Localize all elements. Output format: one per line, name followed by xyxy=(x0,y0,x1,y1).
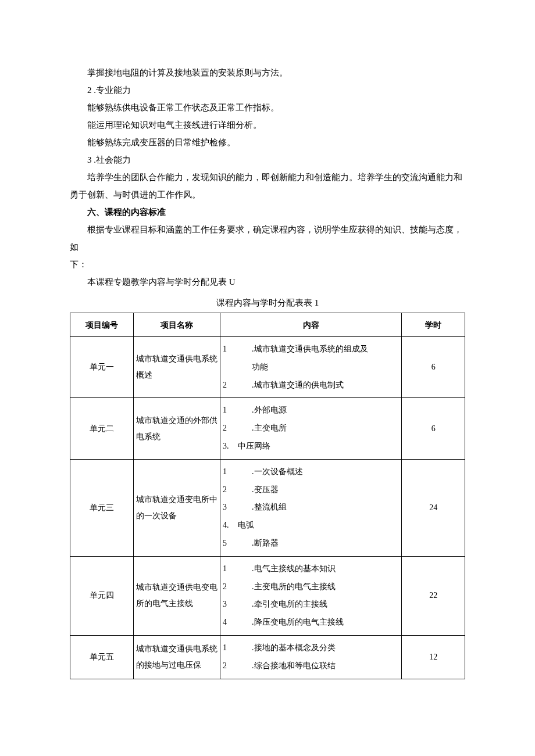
cell-unit-name: 城市轨道交通供电变电所的电气主接线 xyxy=(133,556,220,635)
table-caption: 课程内容与学时分配表表 1 xyxy=(70,294,465,311)
content-item-number: 5 xyxy=(223,535,236,553)
cell-hours: 12 xyxy=(402,635,465,679)
content-item-number: 3 xyxy=(223,499,236,517)
content-item-text: 电弧 xyxy=(236,517,399,535)
document-page: 掌握接地电阻的计算及接地装置的安装原则与方法。 2 .专业能力 能够熟练供电设备… xyxy=(0,0,535,756)
cell-unit-id: 单元四 xyxy=(70,556,134,635)
table-row: 单元一城市轨道交通供电系统概述1.城市轨道交通供电系统的组成及功能2.城市轨道交… xyxy=(70,337,465,398)
content-item-text: .牵引变电所的主接线 xyxy=(236,596,399,614)
content-item-text: .城市轨道交通的供电制式 xyxy=(236,377,399,395)
body-text: 根据专业课程目标和涵盖的工作任务要求，确定课程内容，说明学生应获得的知识、技能与… xyxy=(70,221,465,256)
cell-content: 1.城市轨道交通供电系统的组成及功能2.城市轨道交通的供电制式 xyxy=(220,337,402,398)
cell-hours: 22 xyxy=(402,556,465,635)
body-text: 能够熟练供电设备正常工作状态及正常工作指标。 xyxy=(70,99,465,116)
content-item-number: 2 xyxy=(223,578,236,596)
content-item-number: 4 xyxy=(223,614,236,632)
content-item-text: .主变电所 xyxy=(236,420,399,438)
content-item-number: 1 xyxy=(223,639,236,657)
content-item-number: 2 xyxy=(223,420,236,438)
content-item-text: .接地的基本概念及分类 xyxy=(236,639,399,657)
content-item-text: .外部电源 xyxy=(236,402,399,420)
content-item-text: .城市轨道交通供电系统的组成及 xyxy=(236,341,399,359)
content-item-number: 3 xyxy=(223,596,236,614)
col-header-id: 项目编号 xyxy=(70,313,134,337)
cell-unit-id: 单元二 xyxy=(70,398,134,459)
section-heading-6: 六、课程的内容标准 xyxy=(70,203,465,221)
cell-unit-id: 单元三 xyxy=(70,459,134,556)
body-text: 能够熟练完成变压器的日常维护检修。 xyxy=(70,134,465,151)
content-item-number: 1 xyxy=(223,402,236,420)
cell-hours: 6 xyxy=(402,337,465,398)
body-text: 培养学生的团队合作能力，发现知识的能力，即创新能力和创造能力。培养学生的交流沟通… xyxy=(70,169,465,203)
heading-text: .社会能力 xyxy=(92,155,131,164)
content-item-text: .变压器 xyxy=(236,481,399,499)
cell-hours: 6 xyxy=(402,398,465,459)
table-row: 单元二城市轨道交通的外部供电系统1.外部电源2.主变电所3.中压网络6 xyxy=(70,398,465,459)
content-item-text: 中压网络 xyxy=(236,438,399,456)
content-item-number: 2 xyxy=(223,377,236,395)
content-item-text: .综合接地和等电位联结 xyxy=(236,657,399,675)
cell-unit-name: 城市轨道交通供电系统的接地与过电压保 xyxy=(133,635,220,679)
section-heading-3: 3 .社会能力 xyxy=(70,151,465,169)
content-item-continuation: 功能 xyxy=(223,359,399,377)
table-row: 单元五城市轨道交通供电系统的接地与过电压保1.接地的基本概念及分类2.综合接地和… xyxy=(70,635,465,679)
col-header-hours: 学时 xyxy=(402,313,465,337)
content-item-number: 1 xyxy=(223,560,236,578)
content-item-text: .一次设备概述 xyxy=(236,463,399,481)
cell-unit-name: 城市轨道交通变电所中的一次设备 xyxy=(133,459,220,556)
cell-hours: 24 xyxy=(402,459,465,556)
table-row: 单元三城市轨道交通变电所中的一次设备1.一次设备概述2.变压器3.整流机组4.电… xyxy=(70,459,465,556)
cell-content: 1.一次设备概述2.变压器3.整流机组4.电弧5.断路器 xyxy=(220,459,402,556)
heading-number: 3 xyxy=(87,155,92,164)
content-item-text: .整流机组 xyxy=(236,499,399,517)
cell-unit-name: 城市轨道交通的外部供电系统 xyxy=(133,398,220,459)
content-item-number: 4. xyxy=(223,517,236,535)
cell-unit-id: 单元一 xyxy=(70,337,134,398)
content-item-number: 1 xyxy=(223,341,236,359)
course-hours-table: 项目编号 项目名称 内容 学时 单元一城市轨道交通供电系统概述1.城市轨道交通供… xyxy=(70,313,465,679)
col-header-name: 项目名称 xyxy=(133,313,220,337)
content-item-number: 1 xyxy=(223,463,236,481)
table-header-row: 项目编号 项目名称 内容 学时 xyxy=(70,313,465,337)
body-text: 下： xyxy=(70,256,465,273)
body-text: 能运用理论知识对电气主接线进行详细分析。 xyxy=(70,116,465,134)
content-item-number: 2 xyxy=(223,657,236,675)
body-text: 本课程专题教学内容与学时分配见表 U xyxy=(70,273,465,291)
col-header-content: 内容 xyxy=(220,313,402,337)
content-item-text: .断路器 xyxy=(236,535,399,553)
section-heading-2: 2 .专业能力 xyxy=(70,81,465,99)
cell-unit-name: 城市轨道交通供电系统概述 xyxy=(133,337,220,398)
content-item-number: 3. xyxy=(223,438,236,456)
content-item-text: .电气主接线的基本知识 xyxy=(236,560,399,578)
cell-content: 1.电气主接线的基本知识2.主变电所的电气主接线3.牵引变电所的主接线4.降压变… xyxy=(220,556,402,635)
cell-content: 1.外部电源2.主变电所3.中压网络 xyxy=(220,398,402,459)
heading-number: 2 xyxy=(87,85,92,95)
content-item-text: .降压变电所的电气主接线 xyxy=(236,614,399,632)
body-text: 掌握接地电阻的计算及接地装置的安装原则与方法。 xyxy=(70,64,465,81)
content-item-text: .主变电所的电气主接线 xyxy=(236,578,399,596)
heading-text: .专业能力 xyxy=(92,85,131,95)
content-item-number: 2 xyxy=(223,481,236,499)
table-row: 单元四城市轨道交通供电变电所的电气主接线1.电气主接线的基本知识2.主变电所的电… xyxy=(70,556,465,635)
cell-content: 1.接地的基本概念及分类2.综合接地和等电位联结 xyxy=(220,635,402,679)
cell-unit-id: 单元五 xyxy=(70,635,134,679)
